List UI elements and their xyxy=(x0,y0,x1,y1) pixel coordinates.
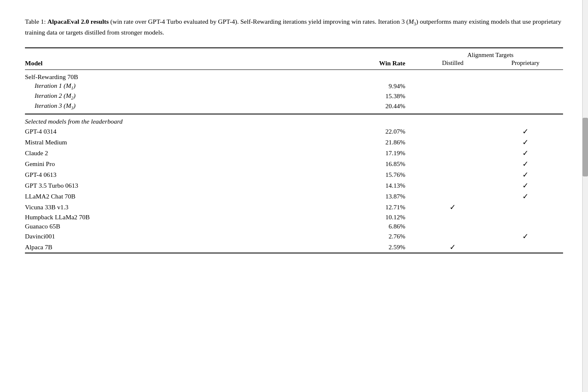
scrollbar-thumb[interactable] xyxy=(583,118,588,176)
gpt35-0613-win-rate: 14.13% xyxy=(321,180,418,191)
gpt4-0613-model: GPT-4 0613 xyxy=(25,169,321,180)
llama2-chat-proprietary: ✓ xyxy=(488,191,563,202)
davinci001-win-rate: 2.76% xyxy=(321,231,418,242)
caption-bold-title: AlpacaEval 2.0 results xyxy=(47,18,109,25)
gpt4-0613-proprietary: ✓ xyxy=(488,169,563,180)
table-caption: Table 1: AlpacaEval 2.0 results (win rat… xyxy=(25,17,563,37)
alpaca-row: Alpaca 7B 2.59% ✓ xyxy=(25,242,563,253)
guanaco-model: Guanaco 65B xyxy=(25,222,321,231)
gemini-pro-win-rate: 16.85% xyxy=(321,159,418,169)
llama2-chat-win-rate: 13.87% xyxy=(321,191,418,202)
iteration-3-model: Iteration 3 (M3) xyxy=(25,101,321,114)
gpt35-0613-model: GPT 3.5 Turbo 0613 xyxy=(25,180,321,191)
alignment-header-row: Alignment Targets xyxy=(25,48,563,60)
humpback-win-rate: 10.12% xyxy=(321,213,418,222)
gpt4-0314-row: GPT-4 0314 22.07% ✓ xyxy=(25,126,563,137)
mistral-medium-row: Mistral Medium 21.86% ✓ xyxy=(25,137,563,148)
mistral-medium-model: Mistral Medium xyxy=(25,137,321,148)
mistral-medium-win-rate: 21.86% xyxy=(321,137,418,148)
llama2-chat-model: LLaMA2 Chat 70B xyxy=(25,191,321,202)
column-headers-row: Model Win Rate Distilled Proprietary xyxy=(25,60,563,70)
gpt4-0613-row: GPT-4 0613 15.76% ✓ xyxy=(25,169,563,180)
vicuna-win-rate: 12.71% xyxy=(321,202,418,213)
iteration-2-model: Iteration 2 (M2) xyxy=(25,91,321,101)
claude2-row: Claude 2 17.19% ✓ xyxy=(25,148,563,159)
iteration-1-model: Iteration 1 (M1) xyxy=(25,81,321,91)
gpt4-0314-proprietary: ✓ xyxy=(488,126,563,137)
gpt35-0613-row: GPT 3.5 Turbo 0613 14.13% ✓ xyxy=(25,180,563,191)
win-rate-col-spacer xyxy=(321,48,418,60)
model-header: Model xyxy=(25,60,321,70)
leaderboard-section-label: Selected models from the leaderboard xyxy=(25,114,563,126)
gemini-pro-proprietary: ✓ xyxy=(488,159,563,169)
guanaco-row: Guanaco 65B 6.86% xyxy=(25,222,563,231)
iteration-1-win-rate: 9.94% xyxy=(321,81,418,91)
claude2-model: Claude 2 xyxy=(25,148,321,159)
iteration-3-row: Iteration 3 (M3) 20.44% xyxy=(25,101,563,114)
humpback-model: Humpback LLaMa2 70B xyxy=(25,213,321,222)
alpaca-distilled: ✓ xyxy=(418,242,488,253)
distilled-header: Distilled xyxy=(418,60,488,70)
self-rewarding-label: Self-Rewarding 70B xyxy=(25,69,321,81)
table-wrapper: Alignment Targets Model Win Rate Distill… xyxy=(25,47,563,253)
humpback-row: Humpback LLaMa2 70B 10.12% xyxy=(25,213,563,222)
proprietary-header: Proprietary xyxy=(488,60,563,70)
caption-table-label: Table 1: xyxy=(25,18,47,25)
llama2-chat-row: LLaMA2 Chat 70B 13.87% ✓ xyxy=(25,191,563,202)
scrollbar[interactable] xyxy=(582,0,588,392)
iteration-1-row: Iteration 1 (M1) 9.94% xyxy=(25,81,563,91)
davinci001-model: Davinci001 xyxy=(25,231,321,242)
gpt4-0613-win-rate: 15.76% xyxy=(321,169,418,180)
vicuna-row: Vicuna 33B v1.3 12.71% ✓ xyxy=(25,202,563,213)
vicuna-model: Vicuna 33B v1.3 xyxy=(25,202,321,213)
vicuna-distilled: ✓ xyxy=(418,202,488,213)
model-col-spacer xyxy=(25,48,321,60)
gpt4-0314-win-rate: 22.07% xyxy=(321,126,418,137)
self-rewarding-group-header: Self-Rewarding 70B xyxy=(25,69,563,81)
alignment-targets-label: Alignment Targets xyxy=(418,48,563,60)
win-rate-header: Win Rate xyxy=(321,60,418,70)
davinci001-row: Davinci001 2.76% ✓ xyxy=(25,231,563,242)
leaderboard-label-row: Selected models from the leaderboard xyxy=(25,114,563,126)
guanaco-win-rate: 6.86% xyxy=(321,222,418,231)
gpt35-0613-proprietary: ✓ xyxy=(488,180,563,191)
mistral-medium-proprietary: ✓ xyxy=(488,137,563,148)
page-container: Table 1: AlpacaEval 2.0 results (win rat… xyxy=(25,17,563,253)
claude2-win-rate: 17.19% xyxy=(321,148,418,159)
alpaca-win-rate: 2.59% xyxy=(321,242,418,253)
iteration-2-win-rate: 15.38% xyxy=(321,91,418,101)
iteration-3-win-rate: 20.44% xyxy=(321,101,418,114)
claude2-proprietary: ✓ xyxy=(488,148,563,159)
gemini-pro-model: Gemini Pro xyxy=(25,159,321,169)
results-table: Alignment Targets Model Win Rate Distill… xyxy=(25,47,563,253)
gemini-pro-row: Gemini Pro 16.85% ✓ xyxy=(25,159,563,169)
gpt4-0314-model: GPT-4 0314 xyxy=(25,126,321,137)
alpaca-model: Alpaca 7B xyxy=(25,242,321,253)
davinci001-proprietary: ✓ xyxy=(488,231,563,242)
iteration-2-row: Iteration 2 (M2) 15.38% xyxy=(25,91,563,101)
